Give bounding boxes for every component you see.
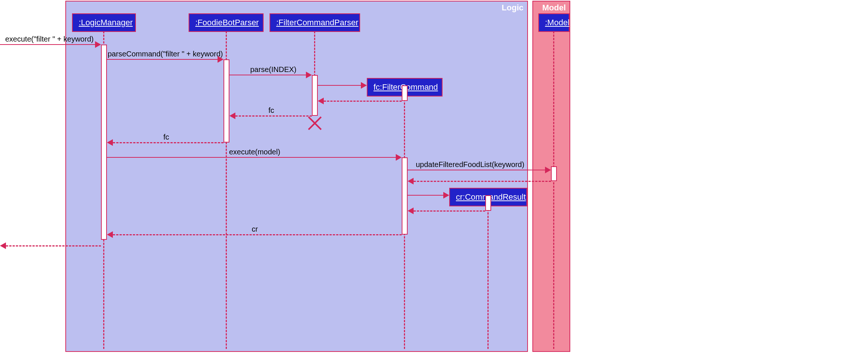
arrowhead-m7	[396, 154, 402, 161]
arrow-m8r	[414, 181, 551, 182]
msg-cr: cr	[252, 225, 258, 233]
msg-execute-model: execute(model)	[229, 148, 280, 156]
arrowhead-m4	[361, 82, 367, 89]
activation-model	[551, 166, 557, 181]
arrowhead-m6	[107, 139, 113, 146]
arrow-m2	[107, 59, 218, 60]
arrow-m6	[113, 142, 223, 143]
arrowhead-final	[0, 242, 6, 249]
lifeline-commandresult	[487, 206, 489, 349]
participant-foodiebotparser: :FoodieBotParser	[189, 13, 264, 32]
arrow-final	[6, 245, 101, 246]
arrowhead-m1	[95, 41, 101, 48]
msg-parsecommand: parseCommand("filter " + keyword)	[108, 50, 223, 58]
activation-filtercommandparser	[312, 75, 318, 116]
activation-logicmanager	[101, 45, 107, 240]
activation-commandresult	[485, 195, 491, 211]
participant-logicmanager: :LogicManager	[72, 13, 136, 32]
arrowhead-m3	[306, 72, 312, 78]
arrow-m10	[113, 234, 402, 235]
msg-parse: parse(INDEX)	[250, 65, 296, 74]
logic-frame-label: Logic	[502, 3, 523, 13]
arrowhead-m10	[107, 231, 113, 238]
msg-fc2: fc	[163, 133, 169, 141]
arrowhead-m4r	[318, 98, 324, 104]
participant-model: :Model	[538, 13, 570, 32]
arrow-m7	[107, 157, 396, 158]
destroy-icon	[307, 116, 322, 131]
arrow-m4	[318, 85, 361, 86]
arrow-m9	[408, 195, 443, 196]
msg-execute-filter: execute("filter " + keyword)	[5, 35, 94, 43]
msg-fc1: fc	[268, 106, 274, 115]
activation-filtercommand-1	[402, 85, 408, 101]
arrowhead-m5	[229, 112, 235, 119]
lifeline-model	[553, 31, 554, 349]
activation-foodiebotparser	[223, 59, 229, 143]
msg-updatelist: updateFilteredFoodList(keyword)	[416, 160, 524, 169]
arrowhead-m8r	[408, 178, 414, 184]
arrowhead-m9r	[408, 207, 414, 214]
participant-filtercommandparser: :FilterCommandParser	[270, 13, 360, 32]
arrowhead-m2	[218, 56, 223, 63]
arrow-m5	[235, 115, 312, 117]
arrow-m9r	[414, 210, 485, 212]
arrow-m8	[408, 170, 545, 170]
model-frame-label: Model	[542, 3, 566, 13]
arrow-m1	[0, 44, 95, 45]
arrow-m4r	[324, 101, 402, 102]
arrowhead-m8	[545, 167, 551, 173]
arrowhead-m9	[443, 192, 449, 199]
arrow-m3	[229, 75, 306, 75]
activation-filtercommand-2	[402, 157, 408, 235]
